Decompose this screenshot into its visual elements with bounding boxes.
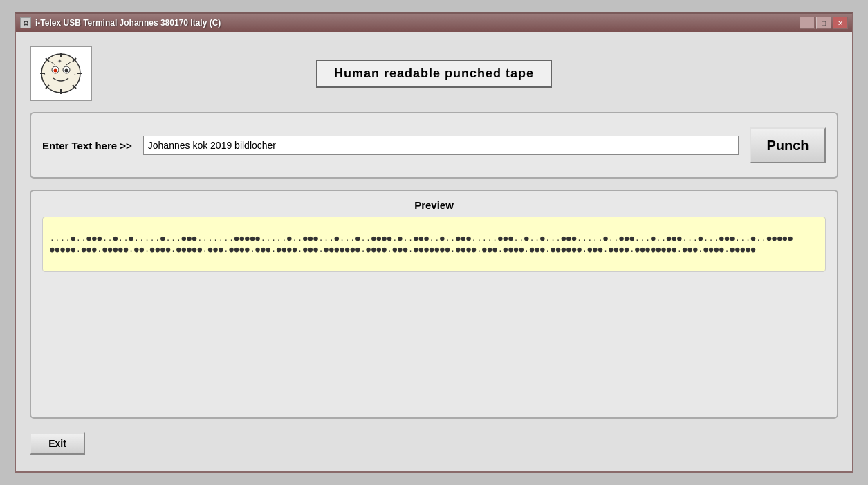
punch-button[interactable]: Punch	[750, 127, 826, 163]
exit-button[interactable]: Exit	[30, 432, 85, 455]
input-section: Enter Text here >> Punch	[30, 112, 838, 179]
minimize-button[interactable]: –	[800, 17, 815, 29]
tape-display: ....●..●●●..●..●.....●...●●●.......●●●●●…	[42, 217, 826, 272]
tape-line-1: ....●..●●●..●..●.....●...●●●.......●●●●●…	[50, 233, 818, 245]
window-content: ✦ * * Human readable punched tape Enter …	[16, 32, 852, 471]
title-bar-left: ⚙ i-Telex USB Terminal Johannes 380170 I…	[20, 17, 221, 28]
input-label: Enter Text here >>	[42, 140, 132, 152]
preview-title: Preview	[42, 199, 826, 211]
svg-text:✦: ✦	[57, 58, 62, 64]
svg-point-12	[65, 69, 68, 73]
preview-section: Preview ....●..●●●..●..●.....●...●●●....…	[30, 190, 838, 419]
tape-line-2: ●●●●●.●●●.●●●●●.●●.●●●●.●●●●●.●●●.●●●●.●…	[50, 244, 818, 256]
app-icon: ⚙	[20, 17, 31, 28]
window-title: i-Telex USB Terminal Johannes 380170 Ita…	[35, 18, 221, 28]
header-area: ✦ * * Human readable punched tape	[30, 46, 838, 101]
logo-box: ✦ * *	[30, 46, 92, 101]
footer-area: Exit	[30, 430, 838, 457]
window-controls: – □ ✕	[800, 17, 848, 29]
close-button[interactable]: ✕	[833, 17, 848, 29]
app-title: Human readable punched tape	[316, 60, 552, 88]
logo-svg: ✦ * *	[37, 49, 85, 98]
main-window: ⚙ i-Telex USB Terminal Johannes 380170 I…	[15, 12, 853, 473]
title-bar: ⚙ i-Telex USB Terminal Johannes 380170 I…	[16, 14, 852, 32]
text-input[interactable]	[143, 136, 739, 155]
maximize-button[interactable]: □	[816, 17, 831, 29]
svg-point-11	[54, 69, 57, 73]
